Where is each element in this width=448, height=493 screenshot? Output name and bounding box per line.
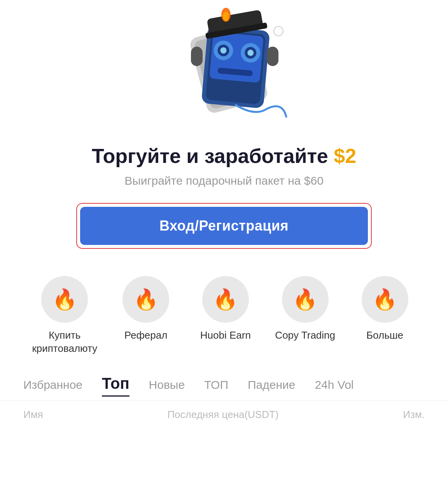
robot-illustration: [150, 8, 298, 128]
menu-item-more[interactable]: 🔥 Больше: [354, 276, 416, 342]
svg-point-0: [274, 26, 283, 36]
flame-icon-3: 🔥: [213, 288, 238, 311]
menu-icons-section: 🔥 Купитькриптовалюту 🔥 Реферал 🔥 Huobi E…: [0, 260, 448, 363]
buy-crypto-icon-circle: 🔥: [41, 276, 88, 323]
flame-icon-5: 🔥: [372, 288, 397, 311]
more-label: Больше: [366, 329, 403, 342]
title-prefix: Торгуйте и заработайте: [92, 145, 328, 167]
hero-text-section: Торгуйте и заработайте $2 Выиграйте пода…: [0, 136, 448, 203]
subtitle: Выиграйте подарочный пакет на $60: [16, 174, 432, 187]
copy-trading-icon-circle: 🔥: [282, 276, 329, 323]
login-button-wrapper: Вход/Регистрация: [0, 203, 448, 260]
tab-top2[interactable]: ТОП: [204, 378, 228, 395]
tab-vol24h[interactable]: 24h Vol: [315, 378, 354, 395]
menu-item-buy-crypto[interactable]: 🔥 Купитькриптовалюту: [32, 276, 97, 355]
flame-icon-4: 🔥: [292, 288, 318, 311]
copy-trading-label: Copy Trading: [275, 329, 335, 342]
main-title: Торгуйте и заработайте $2: [16, 144, 432, 168]
title-amount: $2: [334, 145, 356, 167]
table-header: Имя Последняя цена(USDT) Изм.: [0, 401, 448, 425]
flame-icon-1: 🔥: [52, 288, 77, 311]
tab-new[interactable]: Новые: [149, 378, 185, 395]
tabs-section: Избранное Топ Новые ТОП Падение 24h Vol: [0, 363, 448, 401]
menu-item-copy-trading[interactable]: 🔥 Copy Trading: [274, 276, 336, 342]
referral-icon-circle: 🔥: [122, 276, 169, 323]
huobi-earn-label: Huobi Earn: [200, 329, 251, 342]
login-register-button[interactable]: Вход/Регистрация: [80, 207, 368, 245]
hero-illustration-container: [0, 0, 448, 136]
table-header-name: Имя: [23, 409, 43, 421]
svg-point-21: [223, 12, 229, 21]
flame-icon-2: 🔥: [133, 288, 159, 311]
huobi-earn-icon-circle: 🔥: [202, 276, 249, 323]
svg-rect-17: [267, 47, 278, 66]
menu-item-referral[interactable]: 🔥 Реферал: [115, 276, 177, 342]
login-button-border: Вход/Регистрация: [76, 203, 372, 249]
svg-rect-16: [191, 47, 203, 66]
table-header-price: Последняя цена(USDT): [43, 409, 403, 421]
more-icon-circle: 🔥: [362, 276, 408, 323]
tab-falling[interactable]: Падение: [248, 378, 295, 395]
buy-crypto-label: Купитькриптовалюту: [32, 329, 97, 355]
tab-top[interactable]: Топ: [102, 375, 130, 397]
tab-favorites[interactable]: Избранное: [23, 378, 82, 395]
referral-label: Реферал: [124, 329, 168, 342]
table-header-change: Изм.: [403, 409, 425, 421]
menu-item-huobi-earn[interactable]: 🔥 Huobi Earn: [194, 276, 257, 342]
